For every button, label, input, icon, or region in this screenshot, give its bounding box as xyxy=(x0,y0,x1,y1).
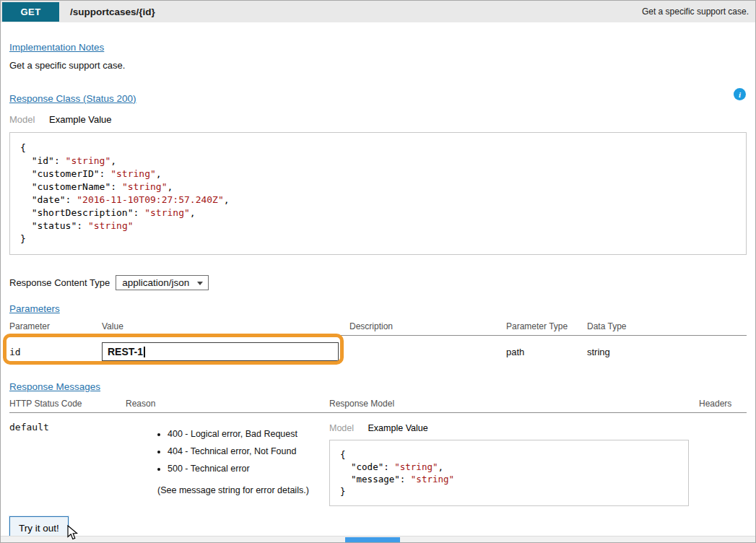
reason-bullet: 400 - Logical error, Bad Request xyxy=(168,429,329,439)
code-brace: } xyxy=(20,233,26,244)
response-class-link[interactable]: Response Class (Status 200) xyxy=(9,93,136,104)
json-key: "shortDescription" xyxy=(32,207,134,218)
json-comma: , xyxy=(110,155,116,166)
json-value: "string" xyxy=(122,181,168,192)
json-comma: , xyxy=(224,194,230,205)
json-comma: , xyxy=(156,168,162,179)
code-line: "customerID": "string", xyxy=(20,168,736,181)
reason-bullet: 500 - Technical error xyxy=(168,464,329,474)
json-sep: : xyxy=(383,461,394,472)
parameter-row: id REST-1 path string xyxy=(9,336,747,368)
response-content-type-select[interactable]: application/json xyxy=(116,275,209,290)
response-content-type-label: Response Content Type xyxy=(9,277,110,288)
code-line: } xyxy=(20,233,736,246)
status-code-cell: default xyxy=(9,422,126,433)
response-content-type-row: Response Content Type application/json xyxy=(9,275,747,290)
json-value: "string" xyxy=(66,155,111,166)
response-class-tabs: Model Example Value xyxy=(9,114,747,125)
id-value-input[interactable]: REST-1 xyxy=(102,342,339,361)
parameters-link[interactable]: Parameters xyxy=(9,303,60,314)
chevron-down-icon xyxy=(197,282,203,285)
json-value: "string" xyxy=(110,168,156,179)
param-type: path xyxy=(506,347,587,357)
json-value: "string" xyxy=(88,220,134,231)
code-line: "message": "string" xyxy=(340,473,678,485)
json-sep: : xyxy=(400,474,411,485)
code-brace: { xyxy=(20,142,26,153)
column-header-parameter: Parameter xyxy=(9,321,102,331)
code-line: "code": "string", xyxy=(340,461,678,473)
parameters-table-header: Parameter Value Description Parameter Ty… xyxy=(9,321,747,336)
code-line: "customerName": "string", xyxy=(20,181,736,194)
json-value: "string" xyxy=(394,461,438,472)
response-model-code-block: { "code": "string", "message": "string" … xyxy=(329,440,689,506)
text-caret xyxy=(144,347,145,357)
example-value-code-block: { "id": "string", "customerID": "string"… xyxy=(9,132,747,255)
json-comma: , xyxy=(438,461,443,472)
http-method-badge[interactable]: GET xyxy=(2,2,59,22)
code-line: } xyxy=(340,485,678,498)
code-line: "date": "2016-11-10T09:27:57.240Z", xyxy=(20,194,736,207)
code-line: "shortDescription": "string", xyxy=(20,207,736,220)
code-line: "id": "string", xyxy=(20,155,736,168)
selected-content-type: application/json xyxy=(122,277,189,288)
response-model-tab-example-value[interactable]: Example Value xyxy=(368,423,428,433)
json-comma: , xyxy=(190,207,196,218)
code-brace: { xyxy=(340,449,346,460)
json-sep: : xyxy=(134,207,145,218)
reason-bullet: 404 - Technical error, Not Found xyxy=(168,446,329,456)
operation-header: GET /supportcases/{id} Get a specific su… xyxy=(1,1,755,22)
column-header-parameter-type: Parameter Type xyxy=(506,321,587,331)
operation-summary: Get a specific support case. xyxy=(642,6,749,17)
tab-example-value[interactable]: Example Value xyxy=(49,114,111,125)
horizontal-scrollbar-thumb[interactable] xyxy=(345,537,400,542)
mouse-cursor xyxy=(67,525,79,543)
id-value-text: REST-1 xyxy=(108,346,143,357)
param-data-type: string xyxy=(587,347,747,357)
json-sep: : xyxy=(110,181,122,192)
code-brace: } xyxy=(340,486,346,497)
param-name: id xyxy=(9,347,102,357)
operation-body: Implementation Notes Get a specific supp… xyxy=(1,22,755,540)
response-model-cell: Model Example Value { "code": "string", … xyxy=(329,422,699,506)
tab-model[interactable]: Model xyxy=(9,114,35,125)
reason-cell: 400 - Logical error, Bad Request 404 - T… xyxy=(126,422,329,495)
column-header-data-type: Data Type xyxy=(587,321,747,331)
json-sep: : xyxy=(77,220,88,231)
column-header-headers: Headers xyxy=(699,399,747,409)
json-comma: , xyxy=(168,181,173,192)
json-key: "id" xyxy=(32,155,54,166)
param-value-cell: REST-1 xyxy=(102,342,349,361)
reason-bullet-list: 400 - Logical error, Bad Request 404 - T… xyxy=(126,429,329,474)
json-key: "message" xyxy=(351,474,400,485)
code-line: { xyxy=(340,448,678,461)
endpoint-path[interactable]: /supportcases/{id} xyxy=(70,6,155,17)
json-sep: : xyxy=(66,194,77,205)
json-sep: : xyxy=(100,168,111,179)
response-messages-link[interactable]: Response Messages xyxy=(9,381,100,392)
json-value: "string" xyxy=(411,474,454,485)
json-sep: : xyxy=(54,155,66,166)
json-key: "date" xyxy=(32,194,66,205)
json-key: "customerID" xyxy=(32,168,100,179)
column-header-response-model: Response Model xyxy=(329,399,699,409)
json-key: "customerName" xyxy=(32,181,111,192)
column-header-description: Description xyxy=(349,321,506,331)
code-line: "status": "string" xyxy=(20,220,736,233)
implementation-notes-text: Get a specific support case. xyxy=(9,60,747,71)
json-value: "2016-11-10T09:27:57.240Z" xyxy=(77,194,224,205)
response-messages-table-header: HTTP Status Code Reason Response Model H… xyxy=(9,399,747,413)
json-key: "status" xyxy=(32,220,77,231)
reason-note: (See message string for error details.) xyxy=(126,485,329,495)
json-value: "string" xyxy=(144,207,190,218)
column-header-value: Value xyxy=(102,321,349,331)
column-header-reason: Reason xyxy=(126,399,329,409)
column-header-http-status-code: HTTP Status Code xyxy=(9,399,126,409)
response-model-tab-model[interactable]: Model xyxy=(329,423,354,433)
implementation-notes-link[interactable]: Implementation Notes xyxy=(9,42,104,53)
response-model-tabs: Model Example Value xyxy=(329,423,699,433)
json-key: "code" xyxy=(351,461,383,472)
response-message-row: default 400 - Logical error, Bad Request… xyxy=(9,413,747,506)
horizontal-scrollbar[interactable] xyxy=(1,536,755,542)
code-line: { xyxy=(20,142,736,155)
